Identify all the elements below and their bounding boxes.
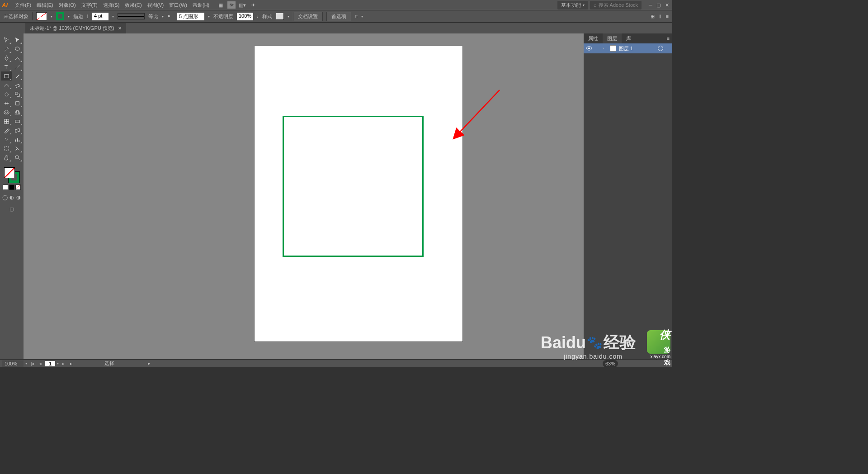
- menu-effect[interactable]: 效果(C): [122, 2, 144, 9]
- pen-tool[interactable]: [1, 53, 12, 62]
- close-tab-icon[interactable]: ✕: [118, 26, 122, 31]
- shaper-tool[interactable]: [1, 81, 12, 90]
- layer-row[interactable]: › 图层 1: [584, 43, 672, 53]
- opacity-input[interactable]: 100%: [237, 13, 253, 20]
- menu-select[interactable]: 选择(S): [100, 2, 123, 9]
- chevron-down-icon[interactable]: ▾: [51, 14, 52, 19]
- first-artboard-button[interactable]: |◂: [29, 361, 36, 366]
- stock-icon[interactable]: St: [227, 1, 236, 9]
- style-swatch[interactable]: [276, 13, 284, 20]
- artboard-tool[interactable]: [1, 144, 12, 153]
- next-artboard-button[interactable]: ▸: [61, 361, 66, 366]
- menu-type[interactable]: 文字(T): [79, 2, 100, 9]
- type-tool[interactable]: T: [1, 62, 12, 71]
- layer-name[interactable]: 图层 1: [619, 45, 655, 52]
- line-tool[interactable]: [12, 62, 23, 71]
- document-tab[interactable]: 未标题-1* @ 100% (CMYK/GPU 预览) ✕: [25, 23, 126, 33]
- mesh-tool[interactable]: [1, 117, 12, 126]
- stroke-swatch[interactable]: [56, 12, 64, 20]
- panel-tab-libraries[interactable]: 库: [622, 33, 636, 44]
- chevron-down-icon[interactable]: ▾: [162, 14, 164, 19]
- prev-artboard-button[interactable]: ◂: [38, 361, 43, 366]
- chevron-down-icon[interactable]: ▾: [25, 361, 27, 365]
- layer-target-icon[interactable]: [658, 46, 663, 51]
- color-mode-solid[interactable]: [3, 185, 8, 190]
- fill-color-swatch[interactable]: [4, 167, 15, 178]
- brush-definition-input[interactable]: 5 点圆形: [177, 13, 204, 20]
- panel-tab-properties[interactable]: 属性: [584, 33, 603, 44]
- layer-expand-icon[interactable]: ›: [603, 46, 607, 51]
- gradient-tool[interactable]: [12, 117, 23, 126]
- symbol-sprayer-tool[interactable]: [1, 135, 12, 144]
- color-mode-gradient[interactable]: [9, 185, 14, 190]
- chevron-down-icon[interactable]: ▾: [57, 361, 59, 365]
- last-artboard-button[interactable]: ▸|: [68, 361, 75, 366]
- color-mode-none[interactable]: [15, 185, 21, 190]
- scale-tool[interactable]: [12, 90, 23, 99]
- menu-edit[interactable]: 编辑(E): [34, 2, 56, 9]
- canvas-area[interactable]: [24, 33, 584, 359]
- visibility-toggle-icon[interactable]: [585, 45, 593, 52]
- blend-tool[interactable]: [12, 126, 23, 135]
- stroke-weight-link-icon[interactable]: ⁞: [87, 14, 89, 19]
- rectangle-tool[interactable]: [1, 71, 12, 81]
- direct-selection-tool[interactable]: [12, 35, 23, 44]
- zoom-tool[interactable]: [12, 153, 23, 162]
- chevron-down-icon[interactable]: ▾: [112, 14, 114, 19]
- lasso-tool[interactable]: [12, 44, 23, 53]
- stroke-profile[interactable]: [118, 13, 145, 19]
- rotate-tool[interactable]: [1, 90, 12, 99]
- perspective-grid-tool[interactable]: [12, 108, 23, 117]
- curvature-tool[interactable]: [12, 53, 23, 62]
- menu-view[interactable]: 视图(V): [145, 2, 167, 9]
- brush-preview[interactable]: ●: [167, 13, 174, 19]
- menu-help[interactable]: 帮助(H): [190, 2, 212, 9]
- shape-builder-tool[interactable]: [1, 108, 12, 117]
- stroke-weight-input[interactable]: 4 pt: [92, 13, 108, 20]
- chevron-down-icon[interactable]: ▾: [208, 14, 210, 19]
- eraser-tool[interactable]: [12, 81, 23, 90]
- status-flyout-icon[interactable]: ▸: [148, 360, 151, 366]
- minimize-button[interactable]: ─: [647, 2, 654, 8]
- align-icon[interactable]: ⊞: [651, 14, 655, 19]
- fill-swatch[interactable]: [36, 12, 47, 20]
- svg-rect-15: [18, 128, 19, 131]
- chevron-down-icon[interactable]: ▾: [361, 14, 363, 19]
- preferences-button[interactable]: 首选项: [326, 12, 351, 21]
- draw-normal-icon[interactable]: ◯: [2, 193, 8, 202]
- panel-menu-icon[interactable]: ≡: [666, 14, 669, 19]
- paintbrush-tool[interactable]: [12, 71, 23, 81]
- eyedropper-tool[interactable]: [1, 126, 12, 135]
- transform-icon[interactable]: ⌗: [355, 14, 358, 19]
- workspace-switcher[interactable]: 基本功能 ▾: [557, 1, 588, 9]
- artboard-number-input[interactable]: 1: [45, 361, 55, 366]
- width-tool[interactable]: [1, 99, 12, 108]
- free-transform-tool[interactable]: [12, 99, 23, 108]
- slice-tool[interactable]: [12, 144, 23, 153]
- magic-wand-tool[interactable]: [1, 44, 12, 53]
- snap-icon[interactable]: ⫴: [659, 14, 661, 19]
- opacity-flyout-icon[interactable]: ›: [257, 14, 259, 19]
- draw-behind-icon[interactable]: ◐: [9, 193, 14, 202]
- panel-menu-icon[interactable]: ≡: [664, 36, 672, 41]
- draw-inside-icon[interactable]: ◑: [16, 193, 22, 202]
- chevron-down-icon[interactable]: ▾: [68, 14, 70, 19]
- bridge-icon[interactable]: ▦: [217, 1, 225, 9]
- chevron-down-icon[interactable]: ▾: [288, 14, 289, 19]
- zoom-level-input[interactable]: 100%: [2, 360, 24, 367]
- menu-object[interactable]: 对象(O): [56, 2, 79, 9]
- close-button[interactable]: ✕: [663, 2, 670, 8]
- panel-tab-layers[interactable]: 图层: [603, 33, 622, 44]
- gpu-icon[interactable]: ✈: [249, 1, 257, 9]
- arrange-icon[interactable]: ▥▾: [238, 1, 246, 9]
- menu-window[interactable]: 窗口(W): [166, 2, 190, 9]
- search-stock[interactable]: ⌕ 搜索 Adobe Stock: [590, 1, 642, 9]
- column-graph-tool[interactable]: [12, 135, 23, 144]
- menu-file[interactable]: 文件(F): [12, 2, 34, 9]
- document-setup-button[interactable]: 文档设置: [293, 12, 323, 21]
- maximize-button[interactable]: ▢: [655, 2, 662, 8]
- hand-tool[interactable]: [1, 153, 12, 162]
- screen-mode-icon[interactable]: ▢: [6, 204, 17, 213]
- svg-rect-21: [19, 140, 19, 142]
- selection-tool[interactable]: [1, 35, 12, 44]
